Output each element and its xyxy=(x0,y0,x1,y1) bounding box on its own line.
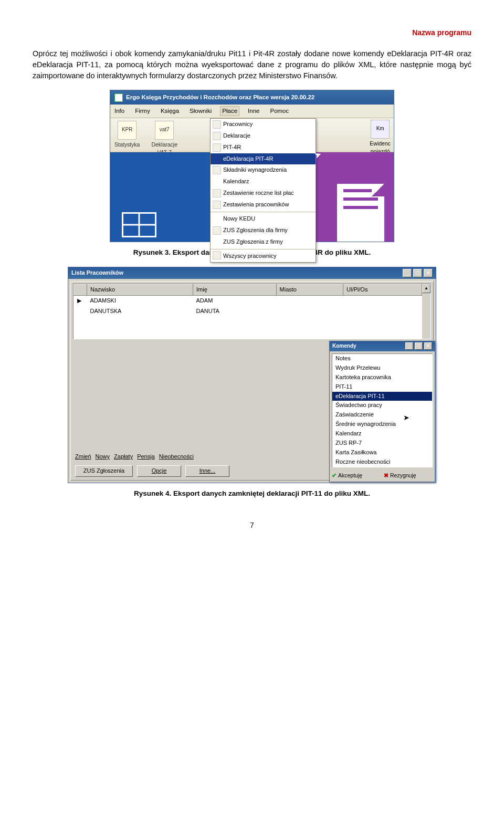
scroll-up-icon[interactable]: ▲ xyxy=(422,284,430,293)
list-icon xyxy=(213,201,221,209)
list-item[interactable]: PIT-11 xyxy=(332,382,432,392)
document-icon xyxy=(337,184,384,242)
btn-nowy[interactable]: Nowy xyxy=(96,453,110,461)
scrollbar[interactable]: ▲ xyxy=(422,284,430,339)
x-icon: ✖ xyxy=(384,472,388,478)
chart-icon: KPR xyxy=(118,121,136,140)
close-icon[interactable]: × xyxy=(424,342,432,350)
list-item[interactable]: ZUS RP-7 xyxy=(332,439,432,448)
cursor-icon: ➤ xyxy=(403,412,410,423)
doc-icon xyxy=(213,132,221,140)
list-item[interactable]: Średnie wynagrodzenia xyxy=(332,420,432,429)
table-row[interactable]: ▶ ADAMSKI ADAM xyxy=(74,296,422,306)
intro-paragraph: Oprócz tej możliwości i obok komendy zam… xyxy=(33,48,471,81)
komendy-titlebar: Komendy _ □ × xyxy=(330,341,435,351)
list-item[interactable]: Kalendarz xyxy=(332,429,432,439)
btn-zmien[interactable]: Zmień xyxy=(75,453,91,461)
tb-statystyka[interactable]: KPR Statystyka xyxy=(112,120,142,150)
btn-opcje[interactable]: Opcje xyxy=(137,465,181,477)
btn-zaplaty[interactable]: Zapłaty xyxy=(114,453,133,461)
dd-skladniki[interactable]: Składniki wynagrodzenia xyxy=(211,164,316,176)
table-row[interactable]: DANUTSKA DANUTA xyxy=(74,306,422,317)
menu-info[interactable]: Info xyxy=(112,106,127,116)
dd-zestawienia-prac[interactable]: Zestawienia pracowników xyxy=(211,199,316,211)
minimize-icon[interactable]: _ xyxy=(403,269,412,277)
header-program-name: Nazwa programu xyxy=(33,27,471,38)
vat-icon: vat7 xyxy=(155,121,174,140)
screenshot-1-window: Ergo Księga Przychodów i Rozchodów oraz … xyxy=(110,90,394,242)
row-marker-icon: ▶ xyxy=(77,297,82,305)
list-item[interactable]: Roczne nieobecności xyxy=(332,457,432,467)
dd-zus-dla[interactable]: ZUS Zgłoszenia dla firmy xyxy=(211,225,316,236)
list-icon xyxy=(213,189,221,197)
dd-nowy-kedu[interactable]: Nowy KEDU xyxy=(211,212,316,225)
maximize-icon[interactable]: □ xyxy=(415,342,423,350)
tb-statystyka-label: Statystyka xyxy=(114,141,140,149)
check-icon: ✔ xyxy=(332,472,337,478)
list-item[interactable]: Zaświadczenie xyxy=(332,410,432,420)
close-icon[interactable]: × xyxy=(424,269,433,277)
dd-zestawienie-roczne[interactable]: Zestawienie roczne list płac xyxy=(211,187,316,199)
win2-title: Lista Pracowników xyxy=(71,269,123,277)
app-icon xyxy=(114,93,123,102)
tb-ewidencja[interactable]: Km Ewidenc pojazdó xyxy=(370,120,391,155)
fig2-caption: Rysunek 4. Eksport danych zamkniętej dek… xyxy=(33,488,471,499)
dd-deklaracje[interactable]: Deklaracje xyxy=(211,130,316,142)
komendy-list[interactable]: Notes Wydruk Przelewu Kartoteka pracowni… xyxy=(332,353,433,467)
btn-inne[interactable]: Inne... xyxy=(185,465,229,477)
menu-place[interactable]: Płace xyxy=(220,106,239,116)
dd-pracownicy[interactable]: Pracownicy xyxy=(211,119,316,130)
doc-icon xyxy=(213,143,221,152)
btn-akceptuje[interactable]: ✔Akceptuję xyxy=(332,472,381,479)
list-item[interactable]: Świadectwo pracy xyxy=(332,401,432,410)
col-miasto[interactable]: Miasto xyxy=(276,285,343,296)
car-icon: Km xyxy=(371,120,390,139)
list-item[interactable]: Karta Zasiłkowa xyxy=(332,448,432,457)
list-icon xyxy=(213,166,221,174)
col-imie[interactable]: Imię xyxy=(193,285,277,296)
dd-edeklaracja-pit4r[interactable]: eDeklaracja PIT-4R xyxy=(211,153,316,165)
btn-rezygnuje[interactable]: ✖Rezygnuję xyxy=(384,472,433,479)
menu-slowniki[interactable]: Słowniki xyxy=(187,106,214,116)
win2-inner: Nazwisko Imię Miasto Ul/Pl/Os ▶ ADAMSKI … xyxy=(70,281,434,481)
menu-pomoc[interactable]: Pomoc xyxy=(268,106,291,116)
maximize-icon[interactable]: □ xyxy=(413,269,422,277)
grid-icon xyxy=(122,212,156,237)
win1-menubar[interactable]: Info Firmy Księga Słowniki Płace Inne Po… xyxy=(110,105,394,118)
screenshot-2-window: Lista Pracowników _ □ × Nazwisko Imię Mi… xyxy=(68,267,436,483)
win1-title: Ergo Księga Przychodów i Rozchodów oraz … xyxy=(126,93,314,102)
list-item[interactable]: Wydruk Przelewu xyxy=(332,363,432,373)
people-icon xyxy=(213,251,221,259)
dd-pit4r[interactable]: PIT-4R xyxy=(211,142,316,153)
minimize-icon[interactable]: _ xyxy=(405,342,413,350)
dd-kalendarz[interactable]: Kalendarz xyxy=(211,176,316,187)
col-ulplos[interactable]: Ul/Pl/Os xyxy=(343,285,422,296)
btn-pensja[interactable]: Pensja xyxy=(137,453,155,461)
list-item[interactable]: Notes xyxy=(332,354,432,363)
menu-inne[interactable]: Inne xyxy=(246,106,261,116)
win1-titlebar: Ergo Księga Przychodów i Rozchodów oraz … xyxy=(110,90,394,105)
list-item-selected[interactable]: eDeklaracja PIT-11 xyxy=(332,392,432,401)
komendy-title: Komendy xyxy=(332,342,356,350)
menu-firmy[interactable]: Firmy xyxy=(133,106,152,116)
dd-zus-z[interactable]: ZUS Zgłoszenia z firmy xyxy=(211,236,316,248)
place-dropdown[interactable]: Pracownicy Deklaracje PIT-4R eDeklaracja… xyxy=(210,118,316,263)
btn-zus[interactable]: ZUS Zgłoszenia xyxy=(75,465,133,477)
people-icon xyxy=(213,120,221,129)
menu-ksiega[interactable]: Księga xyxy=(159,106,181,116)
btn-nieobecnosci[interactable]: Nieobecności xyxy=(159,453,205,461)
building-icon xyxy=(213,226,221,235)
dd-wszyscy[interactable]: Wszyscy pracownicy xyxy=(211,249,316,262)
win2-titlebar: Lista Pracowników _ □ × xyxy=(68,267,436,279)
page-number: 7 xyxy=(33,520,471,530)
col-nazwisko[interactable]: Nazwisko xyxy=(87,285,193,296)
list-item[interactable]: Kartoteka pracownika xyxy=(332,373,432,382)
win1-toolbar: KPR Statystyka vat7 Deklaracje VAT-7 Pra… xyxy=(110,118,394,152)
employee-grid[interactable]: Nazwisko Imię Miasto Ul/Pl/Os ▶ ADAMSKI … xyxy=(73,284,431,339)
komendy-window: Komendy _ □ × Notes Wydruk Przelewu Kart… xyxy=(329,341,435,482)
